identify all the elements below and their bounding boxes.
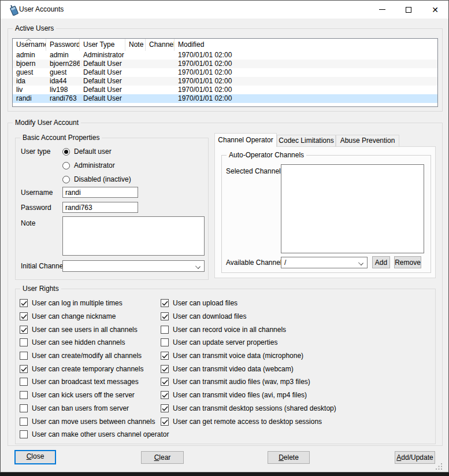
checkbox-option[interactable]: User can create/modify all channels <box>20 349 169 363</box>
checkbox-option[interactable]: User can change nickname <box>20 310 169 323</box>
checkbox-option[interactable]: User can transmit video files (avi, mp4 … <box>161 389 336 402</box>
cell-note <box>125 86 146 94</box>
table-row[interactable]: guestguestDefault User1970/01/01 02:00 <box>13 68 437 77</box>
table-row[interactable]: livliv198Default User1970/01/01 02:00 <box>13 86 437 94</box>
note-label: Note <box>21 219 35 227</box>
checkbox-label: User can download files <box>173 312 246 320</box>
checkbox-option[interactable]: User can ban users from server <box>20 402 169 415</box>
column-header-usertype[interactable]: User Type <box>80 39 125 51</box>
checkbox-option[interactable]: User can transmit video data (webcam) <box>161 362 336 375</box>
password-input[interactable] <box>62 202 138 213</box>
checkbox-checked-icon <box>20 365 28 373</box>
window-title: User Accounts <box>19 5 64 13</box>
cell-username: admin <box>13 51 46 60</box>
checkbox-label: User can create temporary channels <box>32 365 143 373</box>
add-button[interactable]: Add <box>372 256 390 268</box>
checkbox-label: User can log in multiple times <box>32 299 123 307</box>
delete-button[interactable]: Delete <box>268 451 310 464</box>
cell-note <box>125 60 146 68</box>
checkbox-option[interactable]: User can transmit desktop sessions (shar… <box>161 402 336 415</box>
checkbox-option[interactable]: User can broadcast text messages <box>20 375 169 389</box>
basic-group-label: Basic Account Properties <box>20 134 102 142</box>
column-header-note[interactable]: Note <box>125 39 146 51</box>
tab-codec-limitations[interactable]: Codec Limitations <box>277 135 336 147</box>
checkbox-checked-icon <box>20 299 28 307</box>
checkbox-label: User can change nickname <box>32 312 116 320</box>
chevron-down-icon <box>358 260 363 265</box>
checkbox-option[interactable]: User can create temporary channels <box>20 362 169 375</box>
remove-button[interactable]: Remove <box>394 256 421 268</box>
checkbox-option[interactable]: User can record voice in all channels <box>161 323 336 336</box>
user-type-radio-group: Default userAdministratorDisabled (inact… <box>62 145 131 186</box>
user-accounts-window: User Accounts ✕ Active Users Username Pa… <box>0 0 449 473</box>
cell-note <box>125 68 146 77</box>
checkbox-unchecked-icon <box>20 391 28 399</box>
cell-channel <box>146 94 175 103</box>
active-users-table[interactable]: Username Password User Type Note Channel… <box>12 38 438 107</box>
cell-note <box>125 77 146 86</box>
note-textarea[interactable] <box>62 216 205 256</box>
auto-operator-group-label: Auto-Operator Channels <box>227 151 306 159</box>
radio-option[interactable]: Disabled (inactive) <box>62 172 131 186</box>
tab-abuse-prevention[interactable]: Abuse Prevention <box>336 135 399 147</box>
checkbox-option[interactable]: User can make other users channel operat… <box>20 428 169 441</box>
checkbox-option[interactable]: User can move users between channels <box>20 415 169 428</box>
table-row[interactable]: bjoernbjoern286Default User1970/01/01 02… <box>13 60 437 68</box>
checkbox-checked-icon <box>161 418 169 426</box>
initial-channel-combobox[interactable] <box>62 260 205 272</box>
column-header-username[interactable]: Username <box>13 39 46 51</box>
selected-channels-label: Selected Channels <box>226 167 284 175</box>
cell-modified: 1970/01/01 02:00 <box>175 86 437 94</box>
checkbox-label: User can update server properties <box>173 338 277 346</box>
cell-password: ida44 <box>46 77 80 86</box>
column-header-channel[interactable]: Channel <box>146 39 175 51</box>
checkbox-option[interactable]: User can upload files <box>161 297 336 310</box>
minimize-icon <box>379 9 385 10</box>
close-button[interactable]: Close <box>14 450 56 464</box>
radio-option[interactable]: Default user <box>62 145 131 158</box>
username-label: Username <box>21 189 53 197</box>
column-header-password[interactable]: Password <box>46 39 80 51</box>
checkbox-checked-icon <box>161 391 169 399</box>
table-row[interactable]: adminadminAdministrator1970/01/01 02:00 <box>13 51 437 60</box>
selected-channels-listbox[interactable] <box>281 164 424 253</box>
titlebar[interactable]: User Accounts ✕ <box>1 1 448 19</box>
cell-username: ida <box>13 77 46 86</box>
checkbox-option[interactable]: User can transmit audio files (wav, mp3 … <box>161 375 336 389</box>
checkbox-label: User can transmit video files (avi, mp4 … <box>173 391 307 399</box>
checkbox-option[interactable]: User can get remote access to desktop se… <box>161 415 336 428</box>
table-row[interactable]: randirandi763Default User1970/01/01 02:0… <box>13 94 437 103</box>
radio-option[interactable]: Administrator <box>62 158 131 172</box>
checkbox-option[interactable]: User can kick users off the server <box>20 389 169 402</box>
maximize-button[interactable] <box>395 1 422 19</box>
username-input[interactable] <box>62 187 138 198</box>
checkbox-option[interactable]: User can download files <box>161 310 336 323</box>
cell-modified: 1970/01/01 02:00 <box>175 68 437 77</box>
close-window-button[interactable]: ✕ <box>422 1 448 19</box>
checkbox-label: User can record voice in all channels <box>173 326 286 334</box>
cell-password: randi763 <box>46 94 80 103</box>
checkbox-option[interactable]: User can transmit voice data (microphone… <box>161 349 336 363</box>
cell-user-type: Administrator <box>80 51 125 60</box>
checkbox-unchecked-icon <box>20 378 28 386</box>
checkbox-label: User can make other users channel operat… <box>32 430 169 438</box>
add-update-button[interactable]: Add/Update <box>395 451 435 464</box>
table-row[interactable]: idaida44Default User1970/01/01 02:00 <box>13 77 437 86</box>
cell-modified: 1970/01/01 02:00 <box>175 60 437 68</box>
checkbox-option[interactable]: User can log in multiple times <box>20 297 169 310</box>
checkbox-option[interactable]: User can update server properties <box>161 336 336 349</box>
available-channels-combobox[interactable]: / <box>281 257 368 268</box>
clear-button[interactable]: Clear <box>141 451 184 464</box>
cell-password: bjoern286 <box>46 60 80 68</box>
checkbox-checked-icon <box>161 404 169 412</box>
cell-user-type: Default User <box>80 68 125 77</box>
checkbox-option[interactable]: User can see users in all channels <box>20 323 169 336</box>
checkbox-checked-icon <box>161 299 169 307</box>
column-header-modified[interactable]: Modified <box>175 39 437 51</box>
resize-grip[interactable] <box>435 463 443 470</box>
checkbox-option[interactable]: User can see hidden channels <box>20 336 169 349</box>
checkbox-checked-icon <box>20 326 28 334</box>
cell-channel <box>146 86 175 94</box>
minimize-button[interactable] <box>369 1 395 19</box>
tab-channel-operator[interactable]: Channel Operator <box>214 133 277 147</box>
